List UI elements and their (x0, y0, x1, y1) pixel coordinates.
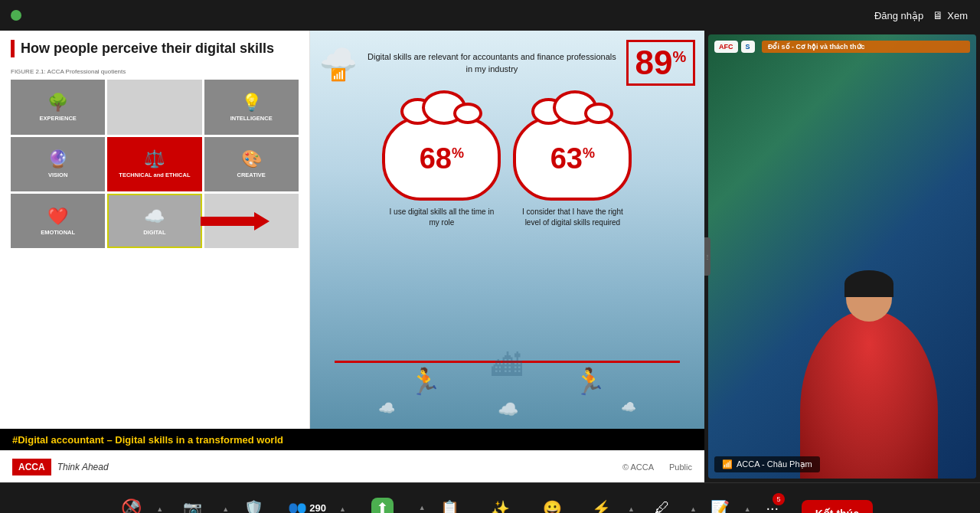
acca-diagram: 🌳 EXPERIENCE 💡 INTELLIGENCE 🔮 VISION (11, 80, 299, 248)
share-button[interactable]: ⬆ Chia sẻ Màn hình (348, 493, 417, 514)
login-button[interactable]: Đăng nhập (874, 10, 923, 21)
apps-chevron[interactable]: ▲ (626, 504, 636, 514)
participants-chevron[interactable]: ▲ (338, 504, 348, 514)
creative-cell: 🎨 CREATIVE (204, 137, 299, 191)
participants-icon: 👥 290 (288, 499, 326, 514)
slide-left-panel: How people perceive their digital skills… (0, 31, 310, 429)
notes-button[interactable]: 📝 Ghi chú (698, 495, 743, 514)
copyright: © ACCA (622, 462, 654, 472)
apps-group: ⚡ Ứng dụng ▲ (577, 495, 636, 514)
slide-footer: ACCA Think Ahead © ACCA Public (0, 450, 704, 482)
vision-icon: 🔮 (47, 149, 68, 169)
city-background: 🏙 (310, 322, 704, 383)
percent-63: 63% (550, 144, 595, 173)
mute-group: 🎤🚫 Bỏ tắt tiếng ▲ (107, 495, 165, 514)
reaction-icon: 😀 (543, 499, 562, 514)
cloud-68-container: 68% I use digital skills all the time in… (382, 93, 501, 228)
security-icon: 🛡️ (244, 499, 263, 514)
participants-count: 290 (309, 502, 326, 513)
slide-right-panel: 🏙 ☁️ 📶 Digital skills are relevant for a… (310, 31, 704, 429)
cloud-63: 63% (513, 116, 632, 201)
ai-icon: ✨ (491, 499, 510, 514)
video-frame: AFC S Đổi số - Cơ hội và thách thức (708, 34, 976, 479)
public-label: Public (669, 462, 692, 472)
video-group: 📷 Bắt đầu Video ▲ (165, 495, 230, 514)
ai-button[interactable]: ✨ AI Companion (473, 495, 528, 514)
arrow-right (201, 212, 270, 230)
whiteboard-button[interactable]: 🖊 Bảng trắng (636, 495, 688, 513)
mute-icon: 🎤🚫 (122, 499, 141, 514)
notes-group: 📝 Ghi chú ▲ (698, 495, 753, 514)
notes-chevron[interactable]: ▲ (743, 504, 753, 514)
bottom-toolbar: 🎤🚫 Bỏ tắt tiếng ▲ 📷 Bắt đầu Video ▲ 🛡️ B… (0, 482, 980, 513)
video-panel: ⋮ AFC S Đổi số - Cơ hội và thách thức (704, 31, 980, 482)
share-chevron[interactable]: ▲ (417, 502, 427, 513)
view-label: Xem (947, 10, 968, 21)
slide-container: How people perceive their digital skills… (0, 31, 704, 429)
cloud-68: 68% (382, 116, 501, 201)
empty-top-center (107, 80, 201, 134)
slide-title: How people perceive their digital skills (11, 40, 299, 57)
video-chevron[interactable]: ▲ (220, 504, 230, 514)
slide-footer-right: © ACCA Public (622, 462, 692, 472)
more-icon: ··· 5 (766, 499, 779, 513)
end-button[interactable]: Kết thúc (802, 500, 873, 514)
green-status-dot (11, 10, 21, 21)
summary-button[interactable]: 📋 Tóm tắt (427, 495, 473, 514)
view-icon: 🖥 (933, 9, 943, 21)
intelligence-icon: 💡 (241, 93, 262, 113)
small-cloud-1: ☁️ (378, 400, 395, 420)
notes-icon: 📝 (710, 499, 730, 514)
share-icon: ⬆ (371, 498, 394, 514)
more-button[interactable]: ··· 5 Thêm (753, 495, 792, 513)
technical-icon: ⚖️ (144, 149, 165, 169)
security-group: 🛡️ Bảo mật (230, 495, 276, 514)
cloud-68-text: I use digital skills all the time in my … (388, 207, 495, 228)
small-cloud-2: ☁️ (498, 400, 518, 420)
more-badge: 5 (773, 493, 785, 505)
s-logo: S (741, 41, 755, 53)
more-group: ··· 5 Thêm (753, 495, 792, 513)
drag-handle[interactable]: ⋮ (704, 237, 710, 276)
cloud-wifi-icon: ☁️ 📶 (319, 44, 358, 81)
apps-button[interactable]: ⚡ Ứng dụng (577, 495, 626, 514)
emotional-cell: ❤️ EMOTIONAL (11, 194, 105, 248)
video-button[interactable]: 📷 Bắt đầu Video (165, 495, 220, 514)
participants-group: 👥 290 Người tham gia ▲ (276, 495, 348, 514)
whiteboard-icon: 🖊 (655, 499, 670, 513)
hashtag-bar: #Digital accountant – Digital skills in … (0, 429, 704, 450)
acca-logo-box: ACCA (12, 459, 51, 475)
security-button[interactable]: 🛡️ Bảo mật (230, 495, 276, 514)
video-title-overlay: Đổi số - Cơ hội và thách thức (762, 41, 970, 53)
mute-chevron[interactable]: ▲ (155, 504, 165, 514)
emotional-icon: ❤️ (47, 207, 68, 227)
video-logos: AFC S (714, 41, 755, 53)
share-group: ⬆ Chia sẻ Màn hình ▲ (348, 493, 427, 514)
view-button[interactable]: 🖥 Xem (933, 9, 968, 21)
percent-68: 68% (420, 144, 464, 173)
technical-cell: ⚖️ TECHNICAL and ETHICAL (107, 137, 201, 191)
participants-button[interactable]: 👥 290 Người tham gia (276, 495, 338, 514)
whiteboard-chevron[interactable]: ▲ (688, 504, 698, 513)
afc-logo: AFC (714, 41, 738, 53)
intelligence-cell: 💡 INTELLIGENCE (204, 80, 299, 134)
cloud-63-container: 63% I consider that I have the right lev… (513, 93, 632, 228)
video-icon: 📷 (183, 499, 202, 514)
digital-skills-text: Digital skills are relevant for accounta… (364, 51, 620, 76)
vision-cell: 🔮 VISION (11, 137, 105, 191)
experience-cell: 🌳 EXPERIENCE (11, 80, 105, 134)
signal-icon: 📶 (722, 459, 733, 469)
reaction-button[interactable]: 😀 Phản ứng (528, 495, 577, 514)
apps-icon: ⚡ (592, 499, 611, 514)
experience-icon: 🌳 (47, 93, 68, 113)
slide-area: How people perceive their digital skills… (0, 31, 704, 482)
creative-icon: 🎨 (241, 149, 262, 169)
ai-group: ✨ AI Companion (473, 495, 528, 514)
acca-tagline: Think Ahead (57, 462, 109, 472)
whiteboard-group: 🖊 Bảng trắng ▲ (636, 495, 698, 513)
digital-cell: ☁️ DIGITAL (107, 194, 201, 248)
mute-button[interactable]: 🎤🚫 Bỏ tắt tiếng (107, 495, 155, 514)
acca-logo-area: ACCA Think Ahead (12, 459, 109, 475)
reaction-group: 😀 Phản ứng (528, 495, 577, 514)
summary-icon: 📋 (440, 499, 459, 514)
